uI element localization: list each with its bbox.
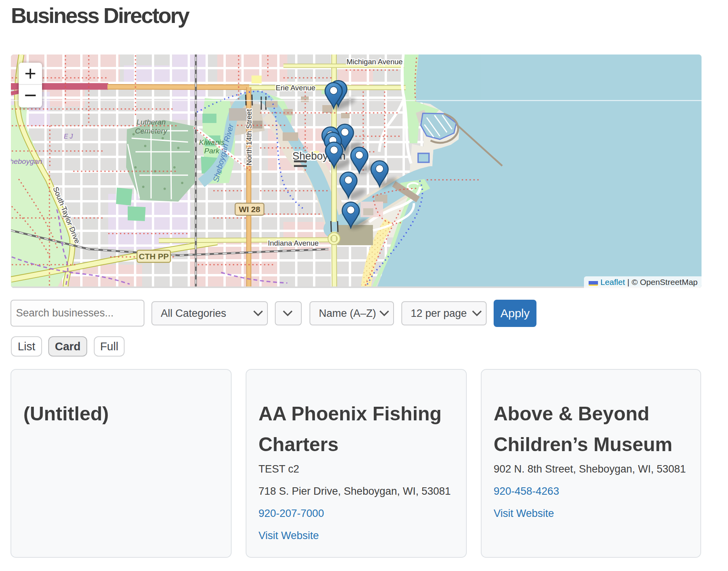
svg-text:CTH PP: CTH PP xyxy=(139,252,169,261)
svg-text:E J: E J xyxy=(64,133,73,140)
svg-text:Cemetery: Cemetery xyxy=(135,127,168,135)
svg-text:Indiana Avenue: Indiana Avenue xyxy=(268,239,319,247)
svg-text:Sheboygan: Sheboygan xyxy=(11,157,42,165)
svg-text:Erie Avenue: Erie Avenue xyxy=(276,84,315,92)
svg-text:North 14th Street: North 14th Street xyxy=(245,109,253,165)
svg-text:WI 28: WI 28 xyxy=(239,205,260,214)
svg-text:Kiwanis: Kiwanis xyxy=(199,138,225,146)
svg-text:Park: Park xyxy=(204,147,220,155)
svg-text:Lutheran: Lutheran xyxy=(136,118,165,126)
svg-text:Michigan Avenue: Michigan Avenue xyxy=(346,58,403,66)
